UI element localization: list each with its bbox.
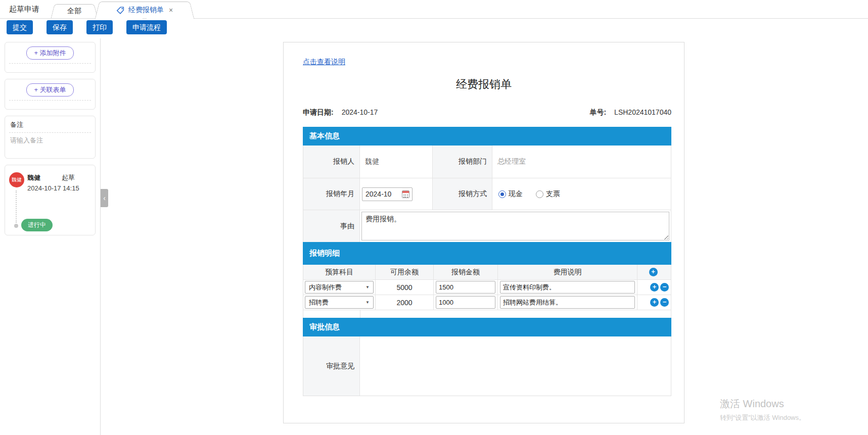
plus-icon: + <box>34 49 38 57</box>
serial-number-value: LSH20241017040 <box>614 108 671 116</box>
add-attachment-label: 添加附件 <box>40 49 66 57</box>
method-label: 报销方式 <box>432 178 492 210</box>
reason-textarea[interactable]: 费用报销。 <box>361 212 669 240</box>
apply-date-label: 申请日期: <box>303 108 334 117</box>
reason-label: 事由 <box>303 210 359 242</box>
month-label: 报销年月 <box>303 178 359 210</box>
basic-info-header: 基本信息 <box>303 127 671 146</box>
tab-active-label: 经费报销单 <box>128 6 164 15</box>
divider <box>9 132 91 133</box>
chevron-down-icon: ▼ <box>366 300 370 305</box>
watermark-subtitle: 转到“设置”以激活 Windows。 <box>720 413 805 422</box>
department-value: 总经理室 <box>492 146 671 178</box>
radio-cheque-label: 支票 <box>546 189 560 199</box>
add-row-button[interactable]: + <box>650 298 659 307</box>
basic-info-table: 报销人 魏健 报销部门 总经理室 报销年月 2024-10 报销方式 现 <box>303 146 671 243</box>
windows-activation-watermark: 激活 Windows 转到“设置”以激活 Windows。 <box>720 397 805 422</box>
col-available-balance: 可用余额 <box>375 265 433 279</box>
amount-input[interactable] <box>436 296 495 309</box>
remove-row-button[interactable]: − <box>660 283 669 292</box>
sidebar: + 添加附件 + 关联表单 备注 魏健 魏健 起草 2024-10-17 14:… <box>0 38 101 435</box>
note-input[interactable] <box>10 136 91 153</box>
save-button[interactable]: 保存 <box>47 20 73 34</box>
meta-row: 申请日期: 2024-10-17 单号: LSH20241017040 <box>303 108 671 117</box>
avatar: 魏健 <box>9 172 24 187</box>
note-card: 备注 <box>5 116 96 159</box>
reimburser-label: 报销人 <box>303 146 359 178</box>
empty-row-stub <box>303 310 671 318</box>
amount-input[interactable] <box>436 281 495 294</box>
note-title: 备注 <box>5 116 95 132</box>
radio-cheque[interactable]: 支票 <box>536 189 560 199</box>
month-value: 2024-10 <box>366 190 391 198</box>
month-input[interactable]: 2024-10 <box>362 187 413 201</box>
attachment-card: + 添加附件 <box>5 42 96 73</box>
method-radio-group: 现金 支票 <box>492 178 671 210</box>
tab-expense-form[interactable]: 经费报销单 × <box>97 2 192 19</box>
radio-cash[interactable]: 现金 <box>498 189 523 199</box>
chevron-left-icon: ‹ <box>103 194 106 202</box>
sidebar-collapse-handle[interactable]: ‹ <box>101 189 108 207</box>
toolbar: 提交 保存 打印 申请流程 <box>7 20 167 34</box>
screen: 起草申请 全部 经费报销单 × 提交 保存 打印 申请流程 + 添加附件 <box>0 0 868 435</box>
apply-flow-button[interactable]: 申请流程 <box>126 20 167 34</box>
col-budget-subject: 预算科目 <box>303 265 375 279</box>
available-balance: 5000 <box>375 280 433 295</box>
radio-selected-icon <box>498 190 506 198</box>
description-input[interactable] <box>500 296 635 309</box>
budget-subject-select[interactable]: 内容制作费 ▼ <box>305 281 374 294</box>
approval-opinion-label: 审批意见 <box>303 336 359 396</box>
col-amount: 报销金额 <box>433 265 497 279</box>
budget-subject-select[interactable]: 招聘费 ▼ <box>305 296 374 309</box>
detail-row: 内容制作费 ▼ 5000 + − <box>303 280 671 295</box>
submit-button[interactable]: 提交 <box>7 20 33 34</box>
remove-row-button[interactable]: − <box>660 298 669 307</box>
timeline-connector <box>16 190 17 223</box>
watermark-title: 激活 Windows <box>720 397 805 411</box>
timeline-card: 魏健 魏健 起草 2024-10-17 14:15 进行中 <box>5 165 96 235</box>
add-attachment-button[interactable]: + 添加附件 <box>26 46 73 60</box>
table-row: 报销年月 2024-10 报销方式 现金 支票 <box>303 178 671 210</box>
radio-cash-label: 现金 <box>509 189 523 199</box>
print-button[interactable]: 打印 <box>86 20 113 34</box>
tab-bar: 起草申请 全部 经费报销单 × <box>0 0 868 19</box>
description-input[interactable] <box>500 281 635 294</box>
apply-date-value: 2024-10-17 <box>342 108 378 116</box>
serial-number-label: 单号: <box>589 108 606 117</box>
selected-subject: 招聘费 <box>309 298 329 307</box>
timeline-action: 起草 <box>62 173 75 182</box>
reimburser-value: 魏健 <box>359 146 432 178</box>
pane-title: 起草申请 <box>9 5 39 14</box>
close-icon[interactable]: × <box>169 6 173 14</box>
add-row-button[interactable]: + <box>650 283 659 292</box>
table-row: 审批意见 <box>303 336 671 396</box>
view-instructions-link[interactable]: 点击查看说明 <box>303 58 345 67</box>
col-description: 费用说明 <box>497 265 637 279</box>
radio-unselected-icon <box>536 190 543 198</box>
timeline-user-name: 魏健 <box>27 173 40 182</box>
status-badge: 进行中 <box>21 219 53 231</box>
approval-opinion-value[interactable] <box>359 336 671 396</box>
selected-subject: 内容制作费 <box>309 283 342 292</box>
approval-section-header: 审批信息 <box>303 318 671 336</box>
tab-all-label: 全部 <box>67 7 81 16</box>
plus-icon: + <box>34 86 38 93</box>
detail-row: 招聘费 ▼ 2000 + − <box>303 295 671 310</box>
department-label: 报销部门 <box>432 146 492 178</box>
form-title: 经费报销单 <box>284 77 684 92</box>
tab-all[interactable]: 全部 <box>53 4 96 18</box>
detail-table: 预算科目 可用余额 报销金额 费用说明 + 内容制作费 ▼ 5000 <box>303 265 671 318</box>
calendar-icon[interactable] <box>402 190 409 198</box>
table-row: 事由 费用报销。 <box>303 210 671 242</box>
form-panel: 点击查看说明 经费报销单 申请日期: 2024-10-17 单号: LSH202… <box>283 42 684 423</box>
add-related-form-button[interactable]: + 关联表单 <box>26 83 73 96</box>
table-row: 报销人 魏健 报销部门 总经理室 <box>303 146 671 178</box>
related-form-card: + 关联表单 <box>5 79 96 110</box>
available-balance: 2000 <box>375 295 433 310</box>
approval-table: 审批意见 <box>303 336 671 396</box>
add-row-button[interactable]: + <box>649 268 658 276</box>
chevron-down-icon: ▼ <box>366 285 370 289</box>
add-related-form-label: 关联表单 <box>40 86 66 93</box>
detail-section-header: 报销明细 <box>303 242 671 265</box>
timeline-node-dot <box>14 224 18 228</box>
